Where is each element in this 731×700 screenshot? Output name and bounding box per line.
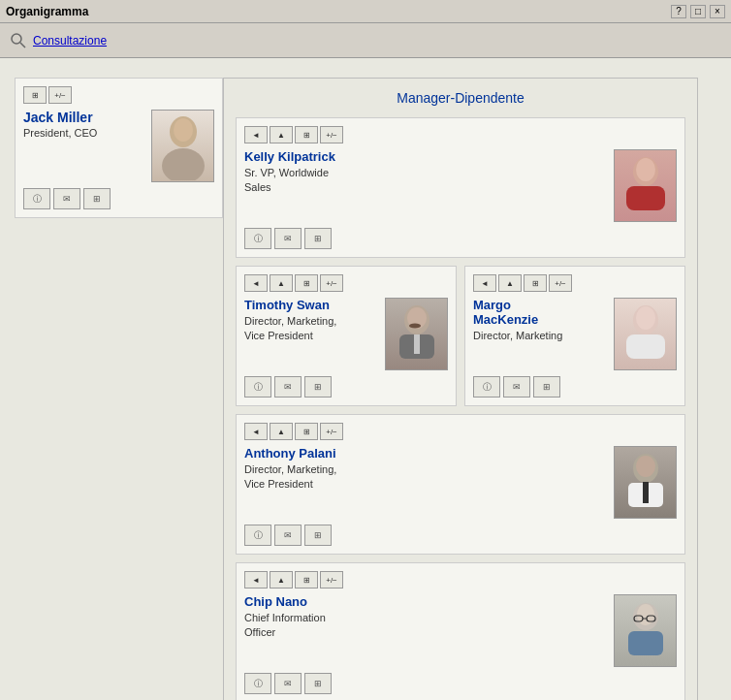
timothy-card: ◄ ▲ ⊞ +/− Timothy Swan Director, Marketi… [236, 266, 457, 406]
jack-footer-btns: ⓘ ✉ ⊞ [23, 188, 214, 209]
timothy-org-btn[interactable]: ⊞ [304, 376, 332, 398]
title-bar: Organigramma ? □ × [0, 0, 731, 23]
chip-card: ◄ ▲ ⊞ +/− Chip Nano Chief InformationOff… [236, 562, 685, 700]
chip-back-btn[interactable]: ◄ [244, 571, 268, 589]
jack-info-btn[interactable]: ⓘ [23, 188, 50, 209]
svg-rect-18 [643, 482, 649, 503]
anthony-back-btn[interactable]: ◄ [244, 423, 268, 440]
margo-expand-btn[interactable]: ⊞ [524, 274, 547, 292]
kelly-card: ◄ ▲ ⊞ +/− Kelly Kilpatrick Sr. VP, World… [236, 117, 685, 258]
two-col-row: ◄ ▲ ⊞ +/− Timothy Swan Director, Marketi… [236, 266, 685, 414]
margo-toolbar: ◄ ▲ ⊞ +/− [473, 274, 677, 292]
maximize-button[interactable]: □ [690, 5, 706, 18]
timothy-toolbar: ◄ ▲ ⊞ +/− [244, 274, 448, 292]
app-title: Organigramma [6, 5, 88, 18]
toolbar: Consultazione [0, 23, 731, 58]
jack-expand-btn[interactable]: ⊞ [23, 86, 47, 104]
jack-miller-card: ⊞ +/− Jack Miller President, CEO ⓘ ✉ ⊞ [15, 78, 223, 218]
kelly-name: Kelly Kilpatrick [244, 149, 606, 164]
timothy-up-btn[interactable]: ▲ [270, 274, 293, 292]
kelly-footer-btns: ⓘ ✉ ⊞ [244, 228, 677, 249]
consultazione-link[interactable]: Consultazione [33, 34, 107, 48]
svg-rect-14 [626, 334, 665, 359]
margo-card: ◄ ▲ ⊞ +/− MargoMacKenzie Director, Marke… [464, 266, 685, 406]
timothy-expand-btn[interactable]: ⊞ [295, 274, 318, 292]
timothy-photo [385, 298, 448, 370]
right-panel: Manager-Dipendente ◄ ▲ ⊞ +/− Kelly Kilpa… [223, 78, 698, 700]
kelly-info-btn[interactable]: ⓘ [244, 228, 271, 249]
timothy-mail-btn[interactable]: ✉ [274, 376, 302, 398]
timothy-plusminus-btn[interactable]: +/− [320, 274, 343, 292]
chip-info: Chip Nano Chief InformationOfficer [244, 594, 606, 641]
kelly-up-btn[interactable]: ▲ [270, 126, 293, 143]
kelly-info: Kelly Kilpatrick Sr. VP, WorldwideSales [244, 149, 606, 196]
margo-info-btn[interactable]: ⓘ [473, 376, 500, 398]
title-bar-controls: ? □ × [671, 5, 725, 18]
anthony-footer-btns: ⓘ ✉ ⊞ [244, 525, 677, 546]
svg-rect-10 [414, 334, 420, 354]
jack-mail-btn[interactable]: ✉ [53, 188, 80, 209]
svg-point-15 [636, 306, 655, 330]
anthony-up-btn[interactable]: ▲ [270, 423, 293, 440]
margo-footer-btns: ⓘ ✉ ⊞ [473, 376, 677, 398]
svg-rect-6 [626, 186, 665, 210]
help-button[interactable]: ? [671, 5, 686, 18]
margo-photo [614, 298, 677, 370]
anthony-info-btn[interactable]: ⓘ [244, 525, 271, 546]
timothy-role: Director, Marketing,Vice President [244, 314, 377, 344]
anthony-photo [614, 446, 677, 519]
chip-toolbar: ◄ ▲ ⊞ +/− [244, 571, 677, 589]
timothy-footer-btns: ⓘ ✉ ⊞ [244, 376, 448, 398]
margo-plusminus-btn[interactable]: +/− [549, 274, 572, 292]
kelly-toolbar: ◄ ▲ ⊞ +/− [244, 126, 677, 143]
anthony-org-btn[interactable]: ⊞ [304, 525, 332, 546]
anthony-expand-btn[interactable]: ⊞ [295, 423, 318, 440]
timothy-back-btn[interactable]: ◄ [244, 274, 268, 292]
kelly-plusminus-btn[interactable]: +/− [320, 126, 343, 143]
margo-name: MargoMacKenzie [473, 298, 606, 327]
jack-title: President, CEO [23, 127, 143, 139]
svg-point-3 [162, 148, 205, 180]
main-area: ⊞ +/− Jack Miller President, CEO ⓘ ✉ ⊞ M… [0, 58, 731, 700]
chip-expand-btn[interactable]: ⊞ [295, 571, 318, 589]
margo-mail-btn[interactable]: ✉ [503, 376, 530, 398]
svg-point-4 [174, 118, 193, 142]
kelly-back-btn[interactable]: ◄ [244, 126, 268, 143]
chip-plusminus-btn[interactable]: +/− [320, 571, 343, 589]
jack-plusminus-btn[interactable]: +/− [48, 86, 72, 104]
anthony-name: Anthony Palani [244, 446, 606, 461]
margo-role: Director, Marketing [473, 329, 606, 343]
kelly-org-btn[interactable]: ⊞ [304, 228, 332, 249]
jack-name: Jack Miller [23, 110, 143, 125]
svg-line-1 [20, 43, 25, 48]
close-button[interactable]: × [710, 5, 725, 18]
kelly-expand-btn[interactable]: ⊞ [295, 126, 318, 143]
svg-point-0 [12, 34, 21, 44]
jack-info: Jack Miller President, CEO [23, 110, 143, 143]
chip-role: Chief InformationOfficer [244, 611, 606, 641]
anthony-mail-btn[interactable]: ✉ [274, 525, 302, 546]
kelly-mail-btn[interactable]: ✉ [274, 228, 302, 249]
chip-name: Chip Nano [244, 594, 606, 609]
search-icon [10, 32, 27, 49]
chip-photo [614, 594, 677, 667]
jack-org-btn[interactable]: ⊞ [83, 188, 111, 209]
margo-back-btn[interactable]: ◄ [473, 274, 496, 292]
panel-title: Manager-Dipendente [236, 90, 685, 106]
chip-org-btn[interactable]: ⊞ [304, 673, 332, 694]
margo-up-btn[interactable]: ▲ [498, 274, 522, 292]
margo-org-btn[interactable]: ⊞ [533, 376, 560, 398]
svg-rect-21 [628, 631, 663, 655]
svg-point-12 [409, 323, 421, 328]
anthony-plusminus-btn[interactable]: +/− [320, 423, 343, 440]
anthony-info: Anthony Palani Director, Marketing,Vice … [244, 446, 606, 493]
chip-mail-btn[interactable]: ✉ [274, 673, 302, 694]
chip-footer-btns: ⓘ ✉ ⊞ [244, 673, 677, 694]
kelly-photo [614, 149, 677, 222]
timothy-info: Timothy Swan Director, Marketing,Vice Pr… [244, 298, 377, 344]
svg-point-22 [637, 604, 654, 625]
jack-photo [151, 110, 214, 182]
chip-info-btn[interactable]: ⓘ [244, 673, 271, 694]
chip-up-btn[interactable]: ▲ [270, 571, 293, 589]
timothy-info-btn[interactable]: ⓘ [244, 376, 271, 398]
